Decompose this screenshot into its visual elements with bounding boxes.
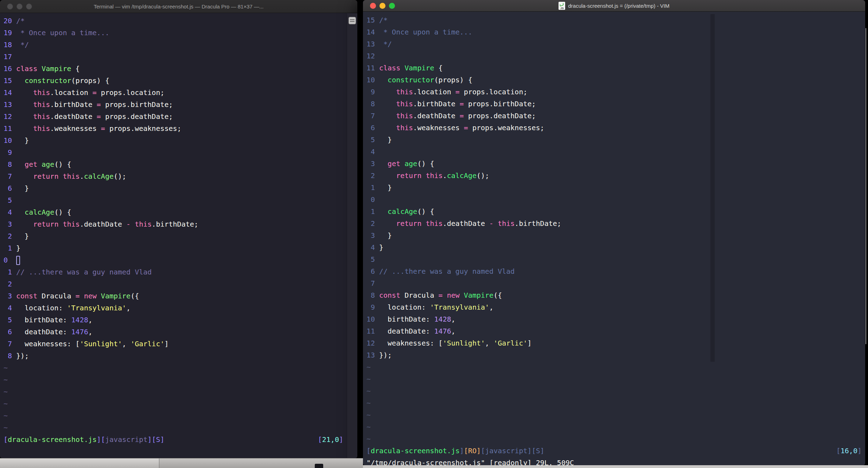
code-line[interactable]: 8const Dracula = new Vampire({ xyxy=(366,289,865,301)
code-line[interactable]: 0 xyxy=(4,254,357,266)
code-line[interactable]: 20/* xyxy=(4,15,357,27)
code-line[interactable]: 1// ...there was a guy named Vlad xyxy=(4,266,357,278)
terminal-titlebar[interactable]: Terminal — vim /tmp/dracula-screenshot.j… xyxy=(0,0,357,13)
syntax-token: 'Sunlight' xyxy=(443,339,485,347)
syntax-token: class xyxy=(379,64,400,72)
minimize-button[interactable] xyxy=(17,4,23,10)
code-line[interactable]: 4 xyxy=(366,146,865,158)
code-line[interactable]: 12 weaknesses: ['Sunlight', 'Garlic'] xyxy=(366,337,865,349)
code-line[interactable]: 1 } xyxy=(366,182,865,194)
code-line[interactable]: 7 xyxy=(366,277,865,289)
syntax-token: () { xyxy=(417,207,434,216)
close-button[interactable] xyxy=(7,4,13,10)
code-line[interactable]: 7 return this.calcAge(); xyxy=(4,170,357,182)
code-line[interactable]: 1} xyxy=(4,242,357,254)
code-line[interactable]: 2 return this.calcAge(); xyxy=(366,170,865,182)
code-line[interactable]: 5 birthDate: 1428, xyxy=(4,314,357,326)
code-line[interactable]: 4 location: 'Transylvania', xyxy=(4,302,357,314)
code-line[interactable]: 14 this.location = props.location; xyxy=(4,87,357,99)
background-window-strip xyxy=(363,465,868,468)
code-line[interactable]: 10 birthDate: 1428, xyxy=(366,313,865,325)
code-line[interactable]: 2 xyxy=(4,278,357,290)
code-line[interactable]: 8 this.birthDate = props.birthDate; xyxy=(366,98,865,110)
code-line[interactable]: 7 weaknesses: ['Sunlight', 'Garlic'] xyxy=(4,338,357,350)
code-line[interactable]: 3 return this.deathDate - this.birthDate… xyxy=(4,218,357,230)
code-line[interactable]: 2 } xyxy=(4,230,357,242)
statusline-segment: ] xyxy=(857,447,862,455)
code-line[interactable]: 16class Vampire { xyxy=(4,63,357,75)
zoom-button[interactable] xyxy=(26,4,32,10)
code-line[interactable]: 14 * Once upon a time... xyxy=(366,26,865,38)
code-line[interactable]: 11 deathDate: 1476, xyxy=(366,325,865,337)
code-text: location: 'Transylvania', xyxy=(379,301,493,313)
code-line[interactable]: 2 return this.deathDate - this.birthDate… xyxy=(366,217,865,229)
code-line[interactable]: 13 */ xyxy=(366,38,865,50)
syntax-token: = xyxy=(101,124,105,133)
terminal-scrollbar[interactable] xyxy=(347,13,357,458)
syntax-token: new xyxy=(84,292,97,300)
code-line[interactable]: 3const Dracula = new Vampire({ xyxy=(4,290,357,302)
syntax-token: (props) { xyxy=(434,76,472,84)
line-number: 15 xyxy=(4,75,12,87)
code-line[interactable]: 5 xyxy=(4,194,357,206)
code-line[interactable]: 1 calcAge() { xyxy=(366,205,865,217)
code-line[interactable]: 8}); xyxy=(4,350,357,362)
close-button[interactable] xyxy=(370,3,376,9)
syntax-token: const xyxy=(379,291,400,299)
statusline-segment: dracula-screenshot.js xyxy=(8,435,97,444)
syntax-token: get xyxy=(388,159,400,168)
tilde-line: ~ xyxy=(366,361,865,373)
zoom-button[interactable] xyxy=(389,3,395,9)
code-line[interactable]: 11class Vampire { xyxy=(366,62,865,74)
minimize-button[interactable] xyxy=(379,3,385,9)
code-line[interactable]: 3 get age() { xyxy=(366,158,865,170)
code-line[interactable]: 4} xyxy=(366,241,865,253)
syntax-token: 'Garlic' xyxy=(130,340,164,348)
code-line[interactable]: 13 this.birthDate = props.birthDate; xyxy=(4,99,357,110)
syntax-token: . xyxy=(443,171,447,180)
code-line[interactable]: 5 xyxy=(366,253,865,265)
code-line[interactable]: 18 */ xyxy=(4,39,357,51)
line-number: 10 xyxy=(366,74,375,86)
syntax-token: Dracula xyxy=(400,291,438,299)
syntax-token: location: xyxy=(379,303,430,311)
code-line[interactable]: 7 this.deathDate = props.deathDate; xyxy=(366,110,865,122)
code-line[interactable]: 9 xyxy=(4,146,357,158)
syntax-token: = xyxy=(97,100,101,109)
code-line[interactable]: 19 * Once upon a time... xyxy=(4,27,357,39)
syntax-token xyxy=(379,76,388,84)
code-line[interactable]: 5 } xyxy=(366,134,865,146)
code-line[interactable]: 6// ...there was a guy named Vlad xyxy=(366,265,865,277)
code-text: weaknesses: ['Sunlight', 'Garlic'] xyxy=(16,338,169,350)
code-line[interactable]: 4 calcAge() { xyxy=(4,206,357,218)
syntax-token: 'Sunlight' xyxy=(80,340,122,348)
line-number: 7 xyxy=(366,110,375,122)
code-line[interactable]: 3 } xyxy=(366,229,865,241)
code-line[interactable]: 15/* xyxy=(366,14,865,26)
code-line[interactable]: 6 this.weaknesses = props.weaknesses; xyxy=(366,122,865,134)
code-line[interactable]: 15 constructor(props) { xyxy=(4,75,357,87)
code-line[interactable]: 12 this.deathDate = props.deathDate; xyxy=(4,110,357,122)
code-line[interactable]: 6 deathDate: 1476, xyxy=(4,326,357,338)
scrollback-marker-icon[interactable] xyxy=(349,17,356,24)
code-line[interactable]: 17 xyxy=(4,51,357,63)
code-line[interactable]: 6 } xyxy=(4,182,357,194)
code-line[interactable]: 9 location: 'Transylvania', xyxy=(366,301,865,313)
statusline-segment: ] xyxy=(460,447,464,455)
syntax-token xyxy=(379,112,396,120)
code-line[interactable]: 10 constructor(props) { xyxy=(366,74,865,86)
syntax-token: .birthDate xyxy=(50,100,96,109)
code-line[interactable]: 0 xyxy=(366,194,865,205)
code-line[interactable]: 10 } xyxy=(4,134,357,146)
code-line[interactable]: 12 xyxy=(366,50,865,62)
syntax-token xyxy=(421,171,426,180)
syntax-token xyxy=(16,124,33,133)
code-line[interactable]: 9 this.location = props.location; xyxy=(366,86,865,98)
syntax-token: .weaknesses xyxy=(413,124,464,132)
code-line[interactable]: 8 get age() { xyxy=(4,158,357,170)
window-title: Terminal — vim /tmp/dracula-screenshot.j… xyxy=(94,4,263,10)
code-line[interactable]: 13}); xyxy=(366,349,865,361)
code-line[interactable]: 11 this.weaknesses = props.weaknesses; xyxy=(4,122,357,134)
macvim-titlebar[interactable]: JS dracula-screenshot.js = (/private/tmp… xyxy=(363,0,865,12)
syntax-token: this xyxy=(396,88,413,96)
